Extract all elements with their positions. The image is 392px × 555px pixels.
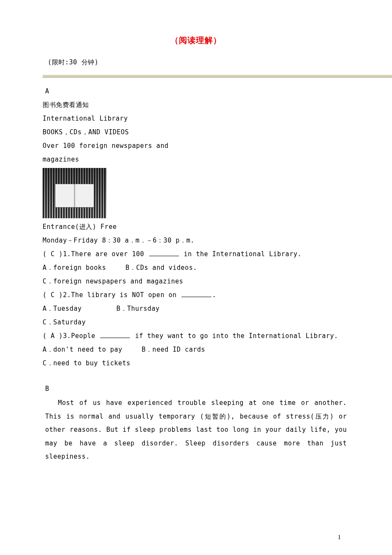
library-reading-illustration (43, 168, 107, 218)
q3-post: if they want to go into the Internationa… (131, 332, 338, 340)
question-1-stem: ( C )1.There are over 100 in the Interna… (43, 249, 349, 259)
section-b-label: B (45, 384, 349, 394)
passage-line: Entrance(进入) Free (43, 222, 349, 232)
q1-post: in the International Library. (180, 250, 302, 258)
q3-option-a: A．don't need to pay (43, 344, 122, 355)
document-title: （阅读理解） (43, 34, 349, 47)
q3-option-c: C．need to buy tickets (43, 358, 349, 368)
blank-fill (149, 250, 179, 256)
passage-line: BOOKS，CDs，AND VIDEOS (43, 127, 349, 137)
section-divider (43, 75, 392, 78)
q2-option-c: C．Saturday (43, 317, 349, 327)
passage-line: magazines (43, 154, 349, 165)
q1-option-b: B．CDs and videos. (125, 263, 197, 273)
section-a-label: A (45, 86, 349, 96)
blank-fill (182, 291, 211, 297)
question-2-stem: ( C )2.The library is NOT open on . (43, 290, 349, 300)
section-b-paragraph: Most of us have experienced trouble slee… (45, 396, 347, 464)
question-1-options-row1: A．foreign books B．CDs and videos. (43, 263, 349, 273)
q2-option-b: B．Thursday (116, 304, 159, 314)
blank-fill (100, 332, 130, 338)
q2-post: . (212, 291, 216, 299)
q1-option-a: A．foreign books (43, 263, 106, 273)
q2-option-a: A．Tuesday (43, 304, 82, 314)
section-a-subtitle: 图书免费看通知 (43, 100, 349, 110)
q3-option-b: B．need ID cards (142, 344, 205, 355)
q2-pre: ( C )2.The library is NOT open on (43, 291, 181, 299)
question-2-options-row1: A．Tuesday B．Thursday (43, 304, 349, 314)
question-3-options-row1: A．don't need to pay B．need ID cards (43, 344, 349, 355)
q3-pre: ( A )3.People (43, 332, 99, 340)
q1-option-c: C．foreign newspapers and magazines (43, 276, 349, 286)
passage-line: Over 100 foreign newspapers and (43, 141, 349, 151)
time-limit: (限时:30 分钟) (48, 57, 349, 67)
passage-line: International Library (43, 113, 349, 124)
passage-line: Monday－Friday 8：30 a．m．－6：30 p．m. (43, 235, 349, 246)
open-book-shape (55, 184, 94, 208)
question-3-stem: ( A )3.People if they want to go into th… (43, 331, 349, 341)
q1-pre: ( C )1.There are over 100 (43, 250, 148, 258)
